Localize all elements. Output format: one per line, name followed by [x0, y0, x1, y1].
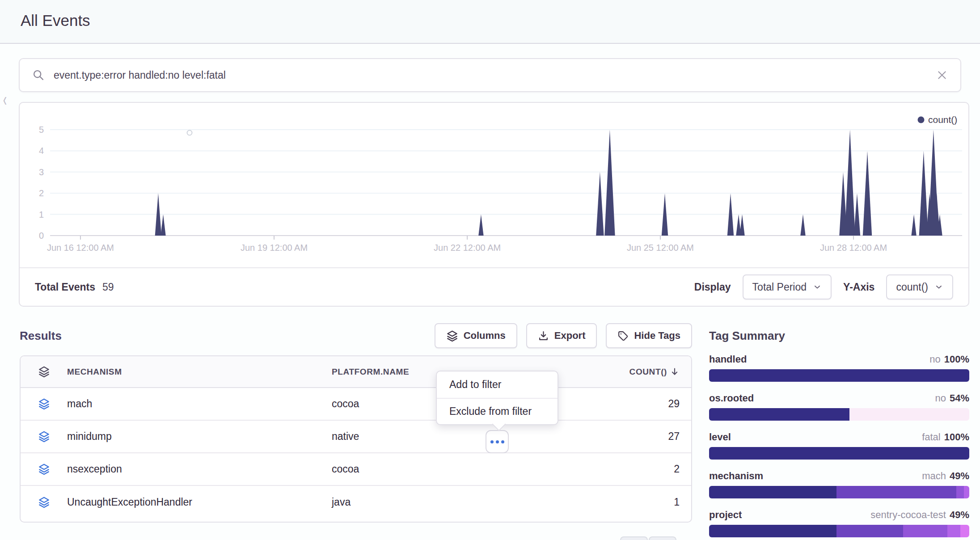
tag-bar-segment[interactable] [836, 486, 956, 498]
cell-mechanism[interactable]: nsexception [67, 463, 332, 475]
chart-spike[interactable] [161, 215, 165, 236]
cell-platform[interactable]: cocoa [332, 463, 533, 475]
tag-bar-segment[interactable] [964, 486, 969, 498]
tag-percent: 100% [944, 431, 969, 443]
stack-icon[interactable] [38, 366, 50, 378]
x-tick-label: Jun 19 12:00 AM [241, 243, 308, 253]
button-label: Hide Tags [634, 330, 680, 342]
tag-name: mechanism [709, 470, 763, 482]
tag-top-value: no54% [935, 392, 969, 404]
chart-spike[interactable] [739, 215, 744, 236]
tag-top-value: fatal100% [922, 431, 969, 443]
yaxis-select[interactable]: count() [886, 274, 953, 300]
yaxis-select-value: count() [896, 281, 928, 293]
tag-bar[interactable] [709, 525, 969, 537]
all-events-page: All Events ❬ 012345Jun 16 12:00 AMJun 19… [0, 0, 980, 540]
x-tick-label: Jun 25 12:00 AM [627, 243, 694, 253]
tag-bar-segment[interactable] [956, 486, 964, 498]
y-tick-label: 1 [39, 210, 44, 219]
display-select[interactable]: Total Period [743, 274, 832, 300]
total-events-label: Total Events [35, 281, 95, 293]
tag-summary-panel: Tag Summary handledno100%os.rootedno54%l… [709, 329, 969, 537]
chart-spike[interactable] [478, 215, 483, 236]
y-tick-label: 5 [39, 125, 44, 135]
tag-summary-item: handledno100% [709, 354, 969, 382]
events-chart-svg[interactable]: 012345Jun 16 12:00 AMJun 19 12:00 AMJun … [20, 103, 970, 269]
tag-bar-segment[interactable] [709, 447, 969, 460]
chart-spike[interactable] [911, 215, 916, 236]
table-header-row: MECHANISM PLATFORM.NAME COUNT() [21, 356, 691, 388]
tag-bar-segment[interactable] [709, 369, 969, 382]
cell-mechanism[interactable]: mach [67, 398, 332, 410]
pagination-next-button[interactable] [649, 536, 676, 540]
tag-name: project [709, 509, 742, 521]
cell-mechanism[interactable]: UncaughtExceptionHandler [67, 496, 332, 508]
yaxis-label: Y-Axis [843, 281, 874, 293]
columns-button[interactable]: Columns [435, 323, 517, 348]
y-tick-label: 2 [39, 188, 44, 198]
display-label: Display [694, 281, 731, 293]
tag-bar[interactable] [709, 369, 969, 382]
chart-legend[interactable]: count() [918, 114, 958, 125]
tag-name: os.rooted [709, 392, 754, 404]
tag-bar-segment[interactable] [709, 486, 836, 498]
events-chart-card: 012345Jun 16 12:00 AMJun 19 12:00 AMJun … [19, 102, 969, 307]
cell-count[interactable]: 1 [533, 496, 680, 508]
tag-bar[interactable] [709, 486, 969, 498]
chart-spike[interactable] [800, 215, 805, 236]
tag-summary-item: levelfatal100% [709, 431, 969, 460]
tag-bar-segment[interactable] [709, 525, 836, 537]
table-actions: ColumnsExportHide Tags [20, 323, 692, 348]
cell-platform[interactable]: java [332, 496, 533, 508]
chart-spike[interactable] [845, 130, 855, 236]
tag-bar-segment[interactable] [903, 525, 947, 537]
export-button[interactable]: Export [526, 323, 597, 348]
tag-bar[interactable] [709, 447, 969, 460]
tag-top-value: no100% [929, 354, 969, 365]
button-label: Columns [464, 330, 506, 342]
tag-percent: 49% [950, 509, 969, 520]
clear-search-icon[interactable] [936, 69, 948, 81]
tag-percent: 100% [944, 354, 969, 365]
chart-footer: Total Events 59 Display Total Period Y-A… [20, 267, 968, 306]
legend-label: count() [928, 114, 957, 125]
table-row[interactable]: machcocoa29 [21, 388, 691, 421]
search-input[interactable] [54, 69, 927, 81]
table-row[interactable]: nsexceptioncocoa2 [21, 453, 691, 486]
cell-count[interactable]: 2 [533, 463, 680, 475]
button-label: Export [554, 330, 586, 342]
tag-bar-segment[interactable] [960, 525, 969, 537]
stack-icon [446, 330, 458, 342]
chart-spike[interactable] [604, 130, 615, 236]
hide-tags-button[interactable]: Hide Tags [606, 323, 692, 348]
chart-spike[interactable] [596, 172, 604, 236]
tag-top-value: mach49% [922, 470, 969, 482]
tag-percent: 49% [950, 470, 969, 481]
tag-percent: 54% [950, 392, 969, 404]
tag-name: level [709, 431, 731, 443]
tag-summary-heading: Tag Summary [709, 329, 969, 343]
pagination-prev-button[interactable] [620, 536, 648, 540]
menu-item-exclude-from-filter[interactable]: Exclude from filter [437, 398, 558, 424]
column-header-mechanism[interactable]: MECHANISM [67, 367, 332, 377]
x-tick-label: Jun 16 12:00 AM [47, 243, 114, 253]
tag-bar-segment[interactable] [849, 408, 969, 421]
cell-mechanism[interactable]: minidump [67, 430, 332, 443]
cell-actions-button[interactable] [486, 430, 509, 453]
cell-count[interactable]: 27 [533, 430, 680, 443]
table-row[interactable]: UncaughtExceptionHandlerjava1 [21, 486, 691, 519]
column-header-count-label: COUNT() [629, 367, 667, 377]
menu-item-add-to-filter[interactable]: Add to filter [437, 371, 558, 398]
tag-bar-segment[interactable] [947, 525, 960, 537]
sidebar-collapse-icon[interactable]: ❬ [2, 96, 8, 105]
display-select-value: Total Period [752, 281, 807, 293]
tag-summary-item: projectsentry-cocoa-test49% [709, 509, 969, 537]
search-bar [19, 58, 961, 92]
x-tick-label: Jun 28 12:00 AM [820, 243, 887, 253]
tag-bar[interactable] [709, 408, 969, 421]
tag-top-value: sentry-cocoa-test49% [870, 509, 969, 521]
table-row[interactable]: minidumpnative27 [21, 421, 691, 453]
page-title: All Events [21, 12, 90, 30]
tag-bar-segment[interactable] [709, 408, 849, 421]
tag-bar-segment[interactable] [836, 525, 903, 537]
